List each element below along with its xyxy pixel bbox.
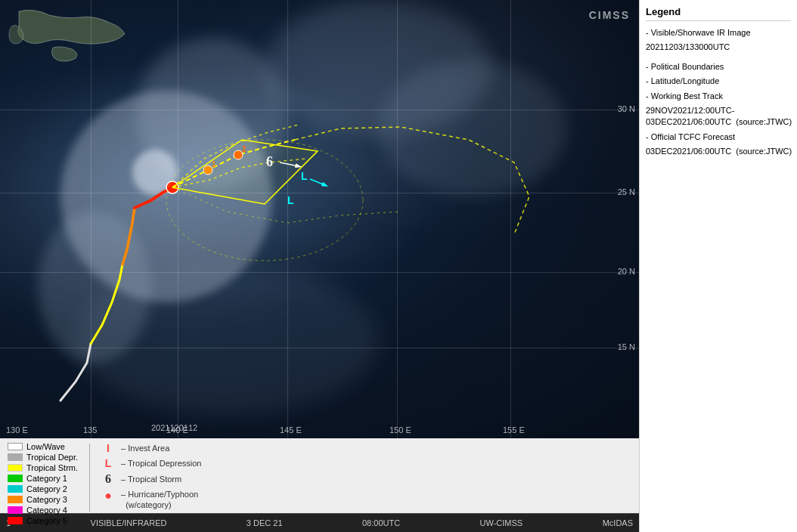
- grid-line-140e: [178, 0, 178, 438]
- bottom-info-bar: 1 VISIBLE/INFRARED 3 DEC 21 08:00UTC UW-…: [0, 513, 639, 532]
- lon-label-145e: 145 E: [280, 425, 302, 435]
- source-label: UW-CIMSS: [480, 518, 523, 527]
- intensity-scale-legend: Low/Wave Tropical Depr. Tropical Strm. C…: [8, 442, 78, 525]
- lat-label-15n: 15 N: [618, 342, 635, 351]
- legend-cat3: Category 3: [8, 495, 78, 504]
- lon-label-155e: 155 E: [503, 425, 525, 435]
- legend-tropical-strm: Tropical Strm.: [8, 463, 78, 472]
- lat-label-30n: 30 N: [618, 104, 635, 113]
- legend-cat2: Category 2: [8, 484, 78, 493]
- grid-line-150e: [397, 0, 398, 438]
- legend-cat5: Category 5: [8, 516, 78, 525]
- grid-line-20n: [0, 272, 639, 273]
- legend-td-symbol: L – Tropical Depression: [101, 457, 201, 469]
- legend-ts-symbol: 6 – Tropical Storm: [101, 472, 201, 486]
- legend-political: - Political Boundaries: [646, 61, 791, 73]
- image-type-label: VISIBLE/INFRARED: [91, 518, 167, 527]
- lat-label-20n: 20 N: [618, 267, 635, 276]
- grid-container: 30 N 25 N 20 N 15 N 130 E 135 140 E 2021…: [0, 0, 639, 438]
- cimss-watermark: CIMSS: [589, 9, 630, 21]
- legend-tcfc-dates: 03DEC2021/06:00UTC (source:JTWC): [646, 146, 791, 157]
- legend-best-track-dates: 29NOV2021/12:00UTC-03DEC2021/06:00UTC (s…: [646, 105, 791, 128]
- legend-hurricane-symbol: ● – Hurricane/Typhoon (w/category): [101, 489, 201, 511]
- legend-title: Legend: [646, 6, 791, 21]
- legend-visible-ir: - Visible/Shorwave IR Image: [646, 27, 791, 39]
- legend-working-best: - Working Best Track: [646, 91, 791, 102]
- grid-line-30n: [0, 110, 639, 110]
- grid-line-145e: [287, 0, 288, 438]
- lat-label-25n: 25 N: [618, 187, 635, 196]
- symbol-legend: I – Invest Area L – Tropical Depression …: [101, 442, 201, 511]
- grid-line-155e: [510, 0, 511, 438]
- legend-bottom-panel: Low/Wave Tropical Depr. Tropical Strm. C…: [0, 438, 639, 513]
- legend-timestamp: 20211203/133000UTC: [646, 42, 791, 53]
- legend-low-wave: Low/Wave: [8, 442, 78, 451]
- lon-label-135: 135: [83, 425, 97, 435]
- legend-cat4: Category 4: [8, 506, 78, 515]
- grid-line-135e: [91, 0, 91, 438]
- legend-lat-lon: - Latitude/Longitude: [646, 76, 791, 87]
- grid-line-25n: [0, 193, 639, 193]
- legend-official-tcfc: - Official TCFC Forecast: [646, 131, 791, 143]
- right-panel: Legend - Visible/Shorwave IR Image 20211…: [639, 0, 797, 532]
- legend-tropical-depr: Tropical Depr.: [8, 453, 78, 462]
- grid-line-15n: [0, 348, 639, 348]
- lon-label-130e: 130 E: [6, 425, 28, 435]
- time-label: 08:00UTC: [362, 518, 400, 527]
- lon-label-150e: 150 E: [389, 425, 411, 435]
- date-label: 3 DEC 21: [247, 518, 283, 527]
- lon-label-timestamp: 2021120112: [151, 423, 197, 432]
- legend-cat1: Category 1: [8, 474, 78, 483]
- software-label: McIDAS: [603, 518, 633, 527]
- legend-invest: I – Invest Area: [101, 442, 201, 454]
- map-section: 30 N 25 N 20 N 15 N 130 E 135 140 E 2021…: [0, 0, 639, 532]
- main-container: 30 N 25 N 20 N 15 N 130 E 135 140 E 2021…: [0, 0, 797, 532]
